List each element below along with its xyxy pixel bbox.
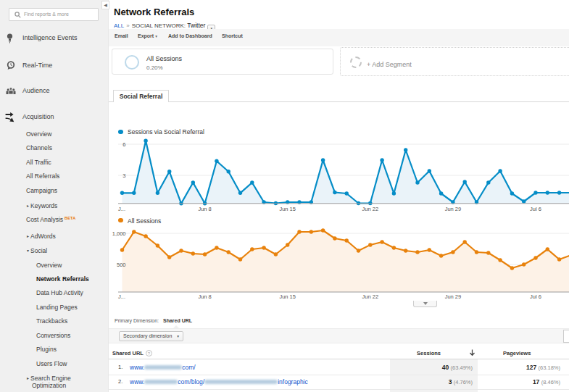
svg-text:Jun 29: Jun 29 [445,206,462,212]
svg-text:Jun 15: Jun 15 [279,293,296,300]
svg-text:Jun 8: Jun 8 [198,293,211,300]
svg-text:Jul 6: Jul 6 [530,293,541,300]
svg-text:Jun 29: Jun 29 [445,293,462,300]
svg-text:J...: J... [118,293,125,300]
svg-text:Jun 22: Jun 22 [362,206,379,212]
svg-text:J...: J... [118,206,125,212]
svg-text:500: 500 [117,262,126,268]
svg-text:Jul 6: Jul 6 [530,206,541,212]
svg-text:6: 6 [122,141,125,148]
svg-text:1,000: 1,000 [112,230,126,237]
svg-text:Jun 8: Jun 8 [198,206,211,212]
svg-text:Jun 22: Jun 22 [362,293,379,300]
svg-text:3: 3 [122,172,125,179]
svg-text:Jun 15: Jun 15 [279,206,296,212]
